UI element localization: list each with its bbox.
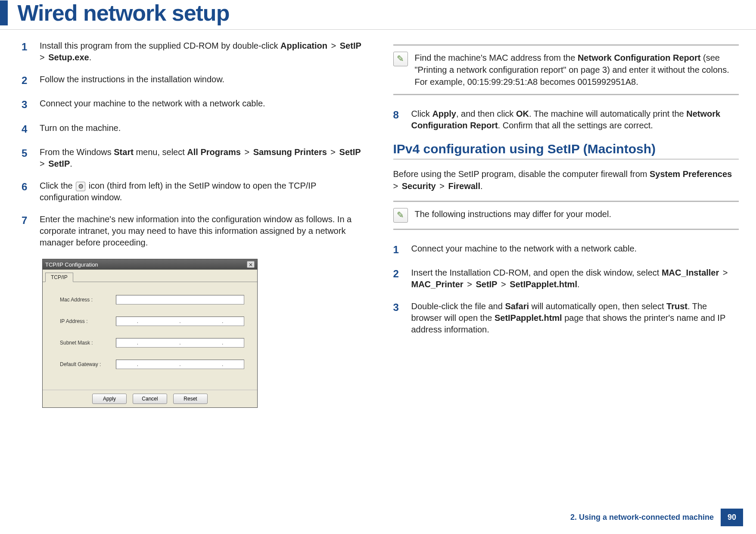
- step-number: 5: [22, 146, 32, 170]
- step-text: Insert the Installation CD-ROM, and open…: [411, 267, 739, 290]
- field-ip: IP Address : ...: [60, 317, 244, 326]
- step-text: Double-click the file and Safari will au…: [411, 301, 739, 335]
- step-7: 7 Enter the machine's new information in…: [22, 214, 367, 248]
- reset-button[interactable]: Reset: [173, 394, 208, 404]
- note-text: Find the machine's MAC address from the …: [415, 52, 739, 88]
- subnet-input[interactable]: ...: [116, 338, 244, 348]
- page-footer: 2. Using a network-connected machine 90: [563, 509, 743, 526]
- step-text: Click the ⚙ icon (third from left) in th…: [40, 180, 367, 203]
- apply-button[interactable]: Apply: [92, 394, 127, 404]
- subheading-macintosh: IPv4 configuration using SetIP (Macintos…: [393, 142, 739, 159]
- gateway-input[interactable]: ...: [116, 360, 244, 369]
- step-1: 1 Install this program from the supplied…: [22, 40, 367, 63]
- step-number: 3: [22, 98, 32, 112]
- gear-icon: ⚙: [76, 182, 85, 191]
- dialog-title: TCP/IP Configuration: [45, 261, 98, 268]
- step-5: 5 From the Windows Start menu, select Al…: [22, 146, 367, 170]
- left-column: 1 Install this program from the supplied…: [22, 40, 367, 408]
- step-text: Enter the machine's new information into…: [40, 214, 367, 248]
- step-text: Connect your machine to the network with…: [411, 243, 637, 257]
- step-text: Install this program from the supplied C…: [40, 40, 367, 63]
- dialog-button-row: Apply Cancel Reset: [43, 390, 257, 407]
- note-mac-address: Find the machine's MAC address from the …: [393, 44, 739, 95]
- mac-step-2: 2 Insert the Installation CD-ROM, and op…: [393, 267, 739, 290]
- step-number: 3: [393, 301, 404, 335]
- cancel-button[interactable]: Cancel: [133, 394, 167, 404]
- pencil-note-icon: [393, 208, 408, 223]
- field-mac: Mac Address :: [60, 295, 244, 304]
- step-number: 7: [22, 214, 32, 248]
- dialog-body: Mac Address : IP Address : ... Subnet Ma…: [43, 282, 257, 390]
- step-text: Click Apply, and then click OK. The mach…: [411, 108, 739, 131]
- mac-label: Mac Address :: [60, 297, 116, 303]
- chapter-label: 2. Using a network-connected machine: [563, 509, 721, 526]
- step-number: 4: [22, 122, 32, 136]
- field-gateway: Default Gateway : ...: [60, 360, 244, 369]
- step-number: 6: [22, 180, 32, 203]
- mac-step-1: 1 Connect your machine to the network wi…: [393, 243, 739, 257]
- header-accent-bar: [0, 0, 8, 25]
- mac-input[interactable]: [116, 295, 244, 304]
- dialog-titlebar: TCP/IP Configuration ✕: [43, 259, 257, 270]
- intro-paragraph: Before using the SetIP program, disable …: [393, 168, 739, 192]
- step-text: Connect your machine to the network with…: [40, 98, 265, 112]
- step-text: From the Windows Start menu, select All …: [40, 146, 367, 170]
- note-text: The following instructions may differ fo…: [415, 208, 612, 223]
- step-3: 3 Connect your machine to the network wi…: [22, 98, 367, 112]
- tab-tcpip[interactable]: TCP/IP: [45, 273, 73, 282]
- note-model-differ: The following instructions may differ fo…: [393, 201, 739, 230]
- ip-input[interactable]: ...: [116, 317, 244, 326]
- gateway-label: Default Gateway :: [60, 361, 116, 367]
- subnet-label: Subnet Mask :: [60, 340, 116, 346]
- close-icon[interactable]: ✕: [247, 261, 255, 268]
- step-number: 8: [393, 108, 404, 131]
- page-header: Wired network setup: [0, 0, 756, 30]
- step-text: Turn on the machine.: [40, 122, 121, 136]
- step-text: Follow the instructions in the installat…: [40, 74, 224, 87]
- page-title: Wired network setup: [17, 0, 229, 26]
- dialog-tab-row: TCP/IP: [43, 270, 257, 282]
- page-number: 90: [721, 509, 743, 526]
- field-subnet: Subnet Mask : ...: [60, 338, 244, 348]
- step-number: 1: [22, 40, 32, 63]
- mac-step-3: 3 Double-click the file and Safari will …: [393, 301, 739, 335]
- step-8: 8 Click Apply, and then click OK. The ma…: [393, 108, 739, 131]
- right-column: Find the machine's MAC address from the …: [393, 40, 739, 408]
- tcpip-dialog: TCP/IP Configuration ✕ TCP/IP Mac Addres…: [42, 259, 258, 408]
- pencil-note-icon: [393, 52, 408, 66]
- step-number: 2: [393, 267, 404, 290]
- ip-label: IP Address :: [60, 318, 116, 324]
- step-6: 6 Click the ⚙ icon (third from left) in …: [22, 180, 367, 203]
- step-number: 1: [393, 243, 404, 257]
- step-2: 2 Follow the instructions in the install…: [22, 74, 367, 87]
- step-4: 4 Turn on the machine.: [22, 122, 367, 136]
- content-columns: 1 Install this program from the supplied…: [0, 40, 756, 408]
- step-number: 2: [22, 74, 32, 87]
